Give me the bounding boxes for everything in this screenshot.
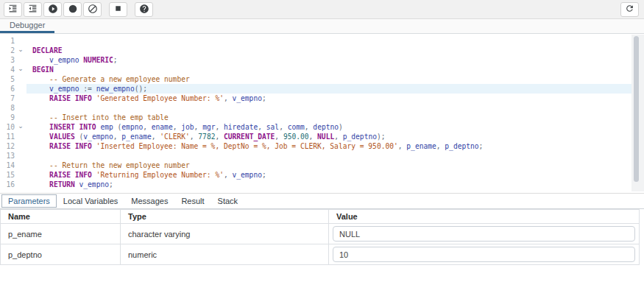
code-editor[interactable]: 12⌄DECLARE3 v_empno NUMERIC;4⌄BEGIN5 -- … [0,34,644,194]
tab-messages[interactable]: Messages [124,195,174,207]
line-number[interactable]: 1 [0,36,15,46]
code-text[interactable]: RETURN v_empno; [26,180,631,189]
param-name-cell: p_deptno [1,244,121,265]
stop-button[interactable] [109,2,127,17]
line-number[interactable]: 9 [0,113,15,122]
code-text[interactable]: DECLARE [26,46,631,55]
line-number[interactable]: 7 [0,94,15,103]
toggle-breakpoint-icon [68,4,78,15]
gutter-cell: 7 [0,94,26,103]
fold-spacer [15,84,26,94]
toggle-breakpoint-button[interactable] [63,2,82,17]
debug-panel-tabbar: ParametersLocal VariablesMessagesResultS… [0,194,644,209]
code-line[interactable]: 6 v_empno := new_empno(); [0,84,644,94]
code-text[interactable]: RAISE INFO 'Returning Employee Number: %… [26,170,631,180]
clear-all-breakpoints-button[interactable] [83,2,102,17]
tab-debugger-label: Debugger [10,21,45,29]
gutter-cell: 1 [0,36,26,46]
editor-scrollbar[interactable] [631,35,644,191]
step-over-button[interactable] [24,2,42,17]
refresh-button[interactable] [620,2,639,17]
gutter-cell: 9 [0,113,26,122]
param-value-cell [329,224,640,244]
fold-chevron-icon[interactable]: ⌄ [15,122,26,132]
fold-spacer [15,151,26,161]
code-text[interactable] [26,151,631,161]
code-line[interactable]: 8 [0,103,644,113]
scrollbar-thumb[interactable] [634,36,639,182]
line-number[interactable]: 11 [0,132,15,141]
line-number[interactable]: 6 [0,84,15,94]
fold-spacer [15,180,26,189]
code-line[interactable]: 9 -- Insert into the emp table [0,113,644,122]
tab-stack[interactable]: Stack [211,195,245,207]
step-over-icon [28,4,38,15]
code-line[interactable]: 1 [0,36,644,46]
column-header-value: Value [329,210,640,224]
fold-chevron-icon[interactable]: ⌄ [15,65,26,74]
code-text[interactable]: v_empno := new_empno(); [26,84,631,94]
gutter-cell: 16 [0,180,26,189]
code-line[interactable]: 14 -- Return the new employee number [0,161,644,170]
param-type-cell: numeric [121,244,329,265]
gutter-cell: 5 [0,74,26,84]
code-text[interactable]: RAISE INFO 'Generated Employee Number: %… [26,94,631,103]
fold-chevron-icon[interactable]: ⌄ [15,46,26,55]
tab-debugger[interactable]: Debugger [0,19,54,33]
debugger-toolbar [0,0,644,19]
code-line[interactable]: 15 RAISE INFO 'Returning Employee Number… [0,170,644,180]
code-line[interactable]: 11 VALUES (v_empno, p_ename, 'CLERK', 77… [0,132,644,141]
line-number[interactable]: 13 [0,151,15,161]
code-text[interactable]: RAISE INFO 'Inserted Employee: Name = %,… [26,141,631,151]
line-number[interactable]: 14 [0,161,15,170]
line-number[interactable]: 8 [0,103,15,113]
fold-spacer [15,132,26,141]
param-name-cell: p_ename [1,224,121,244]
gutter-cell: 14 [0,161,26,170]
tab-result[interactable]: Result [174,195,210,207]
line-number[interactable]: 3 [0,55,15,65]
gutter-cell: 3 [0,55,26,65]
continue-icon [48,4,58,15]
line-number[interactable]: 15 [0,170,15,180]
code-text[interactable]: -- Return the new employee number [26,161,631,170]
param-value-input[interactable] [333,226,635,242]
help-icon [139,4,149,15]
fold-spacer [15,161,26,170]
line-number[interactable]: 10 [0,122,15,132]
code-text[interactable]: -- Generate a new employee number [26,74,631,84]
code-line[interactable]: 13 [0,151,644,161]
code-text[interactable]: INSERT INTO emp (empno, ename, job, mgr,… [26,122,631,132]
help-button[interactable] [135,2,153,17]
code-text[interactable] [26,103,631,113]
gutter-cell: 15 [0,170,26,180]
code-line[interactable]: 16 RETURN v_empno; [0,180,644,189]
code-text[interactable] [26,36,631,46]
code-line[interactable]: 5 -- Generate a new employee number [0,74,644,84]
code-line[interactable]: 3 v_empno NUMERIC; [0,55,644,65]
line-number[interactable]: 2 [0,46,15,55]
parameters-table: NameTypeValue p_enamecharacter varyingp_… [0,209,640,265]
code-line[interactable]: 2⌄DECLARE [0,46,644,55]
code-text[interactable]: VALUES (v_empno, p_ename, 'CLERK', 7782,… [26,132,631,141]
code-text[interactable]: BEGIN [26,65,631,74]
line-number[interactable]: 4 [0,65,15,74]
gutter-cell: 10⌄ [0,122,26,132]
code-line[interactable]: 12 RAISE INFO 'Inserted Employee: Name =… [0,141,644,151]
toolbar-button-group [4,2,155,17]
param-value-input[interactable] [333,247,635,262]
line-number[interactable]: 12 [0,141,15,151]
code-text[interactable]: v_empno NUMERIC; [26,55,631,65]
continue-button[interactable] [43,2,62,17]
gutter-cell: 4⌄ [0,65,26,74]
tab-parameters[interactable]: Parameters [1,194,57,208]
step-into-button[interactable] [4,2,22,17]
line-number[interactable]: 16 [0,180,15,189]
line-number[interactable]: 5 [0,74,15,84]
param-type-cell: character varying [121,224,329,244]
code-text[interactable]: -- Insert into the emp table [26,113,631,122]
code-line[interactable]: 4⌄BEGIN [0,65,644,74]
code-line[interactable]: 10⌄ INSERT INTO emp (empno, ename, job, … [0,122,644,132]
code-line[interactable]: 7 RAISE INFO 'Generated Employee Number:… [0,94,644,103]
tab-local-variables[interactable]: Local Variables [57,195,124,207]
